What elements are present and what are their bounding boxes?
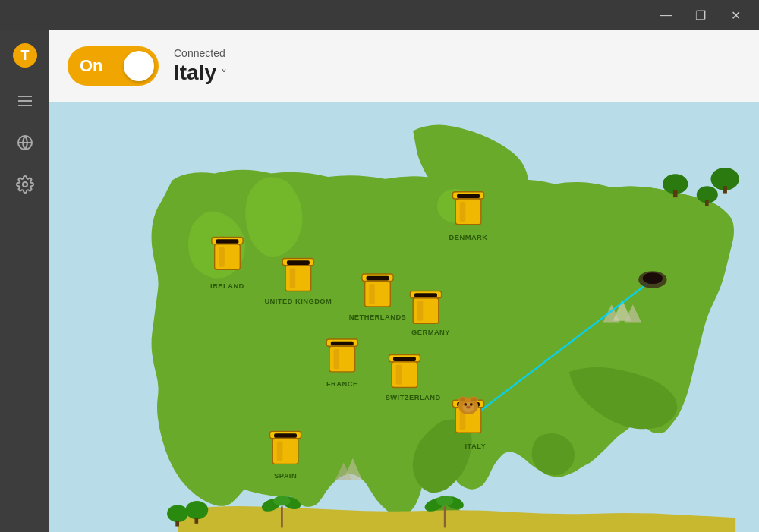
- svg-text:SWITZERLAND: SWITZERLAND: [386, 394, 441, 401]
- svg-rect-79: [277, 441, 282, 461]
- svg-rect-42: [290, 269, 295, 288]
- svg-point-22: [273, 496, 290, 505]
- svg-point-70: [460, 398, 465, 402]
- svg-rect-44: [457, 194, 480, 198]
- svg-rect-52: [414, 293, 437, 297]
- window-controls: — ❐ ✕: [648, 4, 753, 27]
- svg-rect-36: [216, 239, 239, 244]
- svg-point-34: [643, 272, 663, 284]
- svg-text:DENMARK: DENMARK: [449, 234, 488, 241]
- svg-point-7: [23, 182, 27, 187]
- settings-gear-icon: [16, 175, 34, 194]
- svg-rect-16: [175, 521, 179, 526]
- svg-rect-61: [392, 362, 417, 388]
- toggle-on-label: On: [80, 56, 103, 76]
- svg-text:UNITED KINGDOM: UNITED KINGDOM: [264, 297, 332, 305]
- svg-rect-78: [272, 439, 298, 464]
- svg-text:IRELAND: IRELAND: [210, 282, 244, 290]
- svg-text:T: T: [20, 48, 29, 63]
- svg-rect-45: [455, 199, 481, 225]
- svg-rect-57: [329, 346, 355, 372]
- map-container: IRELAND UNITED KINGDOM DENMARK NETHERLAN…: [49, 102, 759, 532]
- svg-point-17: [185, 501, 208, 519]
- svg-rect-49: [365, 281, 391, 307]
- close-button[interactable]: ✕: [718, 4, 753, 27]
- svg-rect-53: [413, 298, 439, 324]
- svg-text:SPAIN: SPAIN: [274, 472, 297, 480]
- svg-rect-14: [723, 186, 727, 193]
- svg-text:GERMANY: GERMANY: [411, 329, 450, 336]
- svg-rect-54: [417, 301, 423, 321]
- tunnelbear-logo-icon: T: [11, 42, 39, 69]
- svg-point-71: [471, 398, 477, 402]
- sidebar-globe-button[interactable]: [0, 121, 49, 163]
- maximize-button[interactable]: ❐: [683, 4, 718, 27]
- svg-rect-12: [705, 200, 709, 206]
- app-header: On Connected Italy ˅: [49, 30, 759, 102]
- title-bar: — ❐ ✕: [0, 0, 759, 30]
- svg-rect-40: [287, 260, 310, 265]
- map-svg: IRELAND UNITED KINGDOM DENMARK NETHERLAN…: [49, 102, 759, 532]
- connection-info: Connected Italy ˅: [174, 47, 227, 85]
- svg-text:NETHERLANDS: NETHERLANDS: [349, 313, 407, 321]
- svg-rect-37: [215, 244, 241, 270]
- main-content: T: [0, 30, 759, 532]
- sidebar-settings-button[interactable]: [0, 163, 49, 205]
- svg-point-73: [464, 403, 467, 406]
- app-logo: T: [0, 30, 49, 80]
- svg-rect-60: [393, 357, 416, 361]
- svg-rect-50: [369, 284, 374, 304]
- minimize-button[interactable]: —: [648, 4, 683, 27]
- vpn-toggle[interactable]: On: [68, 46, 159, 86]
- svg-rect-58: [334, 349, 339, 369]
- sidebar-menu-button[interactable]: [0, 80, 49, 121]
- toggle-knob: [124, 51, 154, 81]
- chevron-down-icon: ˅: [221, 68, 227, 82]
- selected-country-name: Italy: [174, 61, 216, 85]
- connection-status-label: Connected: [174, 47, 227, 59]
- svg-rect-56: [331, 342, 354, 346]
- svg-rect-48: [367, 276, 389, 281]
- svg-rect-62: [396, 365, 402, 385]
- svg-text:FRANCE: FRANCE: [326, 380, 358, 388]
- globe-icon: [16, 134, 34, 152]
- svg-point-26: [436, 496, 453, 505]
- svg-rect-18: [195, 518, 199, 523]
- hamburger-menu-icon: [16, 92, 34, 110]
- svg-rect-77: [274, 433, 297, 438]
- svg-text:ITALY: ITALY: [465, 442, 486, 450]
- country-selector[interactable]: Italy ˅: [174, 61, 227, 85]
- svg-point-15: [167, 505, 188, 522]
- svg-rect-10: [673, 190, 678, 197]
- right-panel: On Connected Italy ˅: [49, 30, 759, 532]
- svg-rect-38: [219, 247, 224, 267]
- svg-rect-46: [460, 202, 465, 222]
- svg-point-75: [466, 406, 471, 409]
- svg-rect-41: [285, 266, 311, 291]
- sidebar: T: [0, 30, 49, 532]
- svg-point-74: [470, 403, 473, 406]
